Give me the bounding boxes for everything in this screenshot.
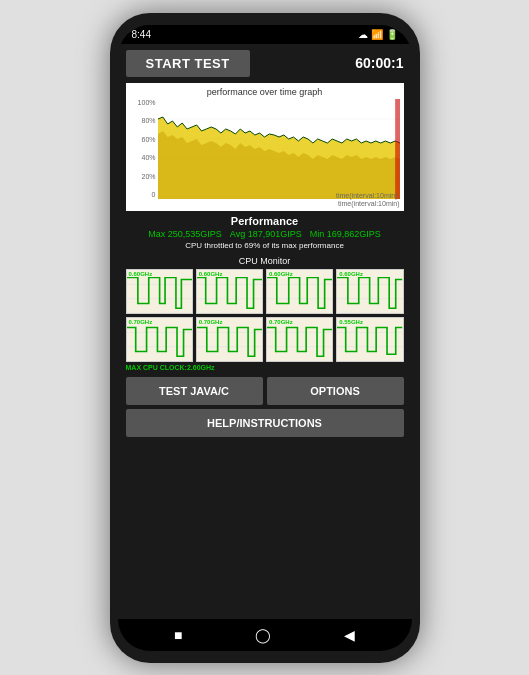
- start-test-button[interactable]: START TEST: [126, 50, 250, 77]
- status-time: 8:44: [132, 29, 151, 40]
- perf-throttle: CPU throttled to 69% of its max performa…: [118, 241, 412, 250]
- performance-numbers: Max 250,535GIPS Avg 187,901GIPS Min 169,…: [118, 229, 412, 239]
- svg-rect-7: [395, 99, 400, 199]
- y-axis: 100% 80% 60% 40% 20% 0: [130, 99, 158, 199]
- nav-square-icon[interactable]: ■: [174, 627, 182, 643]
- wifi-icon: 📶: [371, 29, 383, 40]
- nav-triangle-icon[interactable]: ◀: [344, 627, 355, 643]
- status-right-icons: ☁ 📶 🔋: [358, 29, 398, 40]
- graph-svg: time(interval:10min): [158, 99, 400, 199]
- cloud-icon: ☁: [358, 29, 368, 40]
- performance-title: Performance: [118, 215, 412, 227]
- graph-title: performance over time graph: [130, 87, 400, 97]
- help-instructions-button[interactable]: HELP/INSTRUCTIONS: [126, 409, 404, 437]
- cpu-core-5: 0.70GHz: [196, 317, 263, 362]
- cpu-monitor: CPU Monitor 0.60GHz 0.60GHz: [126, 256, 404, 371]
- cpu-core-7: 0.55GHz: [336, 317, 403, 362]
- nav-circle-icon[interactable]: ◯: [255, 627, 271, 643]
- phone-screen: 8:44 ☁ 📶 🔋 START TEST 60:00:1 performanc…: [118, 25, 412, 651]
- perf-avg: Avg 187,901GIPS: [230, 229, 302, 239]
- cpu-core-3: 0.60GHz: [336, 269, 403, 314]
- time-label: time(interval:10min): [336, 192, 397, 199]
- cpu-core-6: 0.70GHz: [266, 317, 333, 362]
- performance-graph-container: performance over time graph 100% 80% 60%…: [126, 83, 404, 211]
- cpu-monitor-title: CPU Monitor: [126, 256, 404, 266]
- timer-display: 60:00:1: [355, 55, 403, 71]
- max-cpu-label: MAX CPU CLOCK:2.60GHz: [126, 364, 404, 371]
- battery-icon: 🔋: [386, 29, 398, 40]
- perf-min: Min 169,862GIPS: [310, 229, 381, 239]
- top-bar: START TEST 60:00:1: [118, 44, 412, 83]
- perf-max: Max 250,535GIPS: [148, 229, 222, 239]
- status-bar: 8:44 ☁ 📶 🔋: [118, 25, 412, 44]
- cpu-core-0: 0.60GHz: [126, 269, 193, 314]
- app-content: START TEST 60:00:1 performance over time…: [118, 44, 412, 651]
- phone-frame: 8:44 ☁ 📶 🔋 START TEST 60:00:1 performanc…: [110, 13, 420, 663]
- cpu-core-4: 0.70GHz: [126, 317, 193, 362]
- graph-area: 100% 80% 60% 40% 20% 0: [130, 99, 400, 199]
- cpu-core-2: 0.60GHz: [266, 269, 333, 314]
- cpu-grid: 0.60GHz 0.60GHz: [126, 269, 404, 362]
- options-button[interactable]: OPTIONS: [267, 377, 404, 405]
- time-axis-label: time(interval:10min): [130, 200, 400, 207]
- test-java-c-button[interactable]: TEST JAVA/C: [126, 377, 263, 405]
- navigation-bar: ■ ◯ ◀: [118, 619, 412, 651]
- bottom-buttons-row: TEST JAVA/C OPTIONS: [126, 377, 404, 405]
- cpu-core-1: 0.60GHz: [196, 269, 263, 314]
- performance-stats: Performance Max 250,535GIPS Avg 187,901G…: [118, 215, 412, 250]
